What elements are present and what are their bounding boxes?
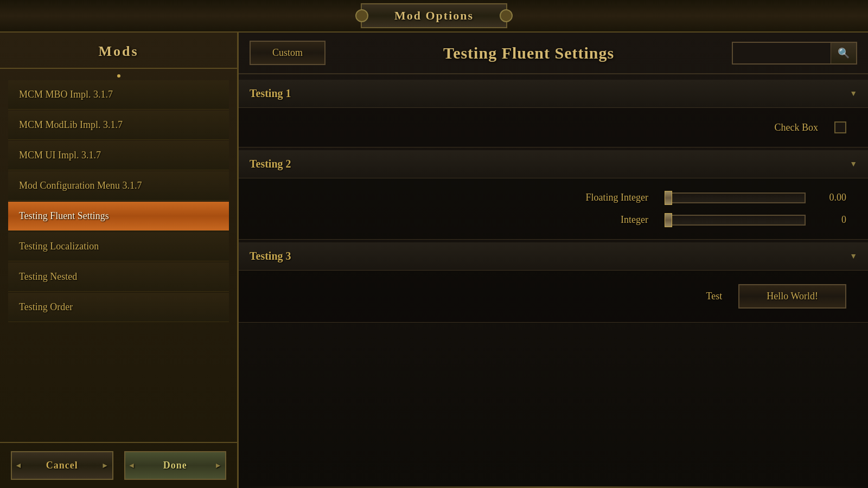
section-arrow-testing-1: ▼ xyxy=(850,89,857,98)
section-title-testing-2: Testing 2 xyxy=(250,158,291,170)
title-box: Mod Options xyxy=(361,3,507,28)
checkbox-label: Check Box xyxy=(710,122,818,133)
app-title: Mod Options xyxy=(394,9,474,22)
test-control: Hello World! xyxy=(738,284,846,309)
sidebar-item-testing-order[interactable]: Testing Order xyxy=(8,293,229,322)
sidebar-item-testing-fluent[interactable]: Testing Fluent Settings xyxy=(8,202,229,231)
floating-slider[interactable] xyxy=(665,192,806,203)
integer-control: 0 xyxy=(665,214,846,226)
search-box: 🔍 xyxy=(732,42,857,65)
floating-value: 0.00 xyxy=(814,192,846,203)
section-content-testing-3: Test Hello World! xyxy=(239,271,868,322)
custom-button[interactable]: Custom xyxy=(250,41,326,65)
search-input[interactable] xyxy=(733,44,831,62)
search-icon: 🔍 xyxy=(838,48,850,59)
section-content-testing-1: Check Box xyxy=(239,108,868,147)
sidebar-title: Mods xyxy=(98,43,138,59)
section-title-testing-1: Testing 1 xyxy=(250,87,291,100)
floating-control: 0.00 xyxy=(665,192,846,203)
sidebar-footer: Cancel Done xyxy=(0,442,237,488)
top-bar: Mod Options xyxy=(0,0,868,33)
sidebar: Mods MCM MBO Impl. 3.1.7 MCM ModLib Impl… xyxy=(0,33,239,488)
check-box-input[interactable] xyxy=(834,121,846,133)
done-button[interactable]: Done xyxy=(124,451,227,480)
scroll-indicator xyxy=(117,74,120,78)
section-header-testing-1[interactable]: Testing 1 ▼ xyxy=(239,80,868,108)
integer-value: 0 xyxy=(814,214,846,226)
content-title: Testing Fluent Settings xyxy=(336,44,721,62)
cancel-button[interactable]: Cancel xyxy=(11,451,113,480)
floating-label: Floating Integer xyxy=(540,192,648,203)
integer-slider[interactable] xyxy=(665,215,806,226)
setting-row-floating: Floating Integer 0.00 xyxy=(239,187,868,209)
content-area: Custom Testing Fluent Settings 🔍 Testing… xyxy=(239,33,868,488)
content-body: Testing 1 ▼ Check Box Testing 2 ▼ xyxy=(239,74,868,486)
sidebar-item-mcm-ui[interactable]: MCM UI Impl. 3.1.7 xyxy=(8,141,229,170)
hello-world-button[interactable]: Hello World! xyxy=(738,284,846,309)
section-arrow-testing-3: ▼ xyxy=(850,252,857,261)
section-header-testing-3[interactable]: Testing 3 ▼ xyxy=(239,242,868,271)
content-header: Custom Testing Fluent Settings 🔍 xyxy=(239,33,868,74)
section-testing-3: Testing 3 ▼ Test Hello World! xyxy=(239,242,868,323)
checkbox-control xyxy=(834,121,846,133)
search-icon-button[interactable]: 🔍 xyxy=(831,43,856,63)
sidebar-item-testing-nested[interactable]: Testing Nested xyxy=(8,262,229,292)
sidebar-list[interactable]: MCM MBO Impl. 3.1.7 MCM ModLib Impl. 3.1… xyxy=(0,69,237,442)
section-header-testing-2[interactable]: Testing 2 ▼ xyxy=(239,150,868,178)
section-arrow-testing-2: ▼ xyxy=(850,160,857,169)
sidebar-item-mcm-mbo[interactable]: MCM MBO Impl. 3.1.7 xyxy=(8,80,229,110)
section-testing-2: Testing 2 ▼ Floating Integer 0.00 xyxy=(239,150,868,240)
section-content-testing-2: Floating Integer 0.00 Integer xyxy=(239,178,868,239)
sidebar-item-mod-config[interactable]: Mod Configuration Menu 3.1.7 xyxy=(8,171,229,201)
section-testing-1: Testing 1 ▼ Check Box xyxy=(239,80,868,147)
section-title-testing-3: Testing 3 xyxy=(250,250,291,262)
integer-thumb[interactable] xyxy=(665,213,672,227)
sidebar-item-mcm-modlib[interactable]: MCM ModLib Impl. 3.1.7 xyxy=(8,111,229,140)
integer-label: Integer xyxy=(540,214,648,226)
sidebar-item-testing-localization[interactable]: Testing Localization xyxy=(8,232,229,261)
setting-row-checkbox: Check Box xyxy=(239,116,868,139)
setting-row-test: Test Hello World! xyxy=(239,279,868,314)
setting-row-integer: Integer 0 xyxy=(239,209,868,231)
test-label: Test xyxy=(614,291,722,302)
sidebar-header: Mods xyxy=(0,33,237,69)
main-layout: Mods MCM MBO Impl. 3.1.7 MCM ModLib Impl… xyxy=(0,33,868,488)
floating-thumb[interactable] xyxy=(665,191,672,205)
